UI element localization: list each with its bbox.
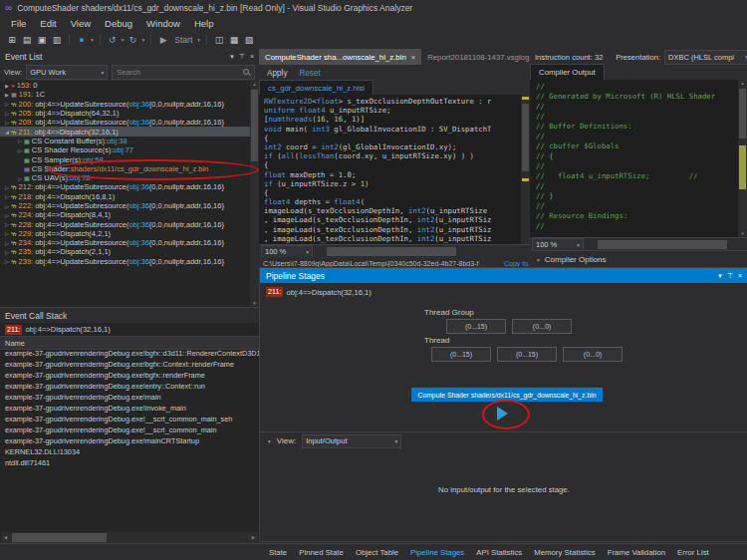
status-tab-object-table[interactable]: Object Table [350,544,404,560]
expander-icon[interactable]: ▷ [3,184,11,190]
status-tab-frame-validation[interactable]: Frame Validation [602,544,671,560]
frame-list-icon[interactable]: ▤ [21,35,33,45]
event-row[interactable]: ▷ϟϟ209:obj:4=>UpdateSubresource(obj:36{0… [0,118,250,127]
event-row[interactable]: ◢ϟϟ211:obj:4=>Dispatch(32,16,1) [0,127,250,136]
object-link[interactable]: obj:36 [128,118,148,127]
event-row[interactable]: ▷ϟϟ234:obj:4=>UpdateSubresource(obj:36{0… [0,238,250,247]
event-row[interactable]: ▷ϟϟ239:obj:4=>UpdateSubresource(obj:36{0… [0,257,250,266]
chevron-down-icon[interactable]: ▾ [91,37,94,43]
compiler-options-section[interactable]: ▾ Compiler Options [530,250,747,268]
undo-icon[interactable]: ↺ [107,35,119,45]
expander-icon[interactable]: ▷ [3,249,11,255]
scrollbar-thumb[interactable] [598,240,727,249]
compute-shader-stage-bar[interactable]: Compute Shader shaders/dx11/cs_gdr_downs… [411,388,603,402]
document-tab[interactable]: Report20181108-1437.vsglog [421,49,535,65]
reset-button[interactable]: Reset [299,69,320,78]
thread-group-range-box[interactable]: (0...0) [512,319,572,334]
object-link[interactable]: obj:78 [70,173,90,182]
event-row[interactable]: ▷▦CS UAV(s): obj:78 [0,173,250,182]
expander-icon[interactable]: ▷ [3,240,11,246]
menu-item-file[interactable]: File [4,18,33,29]
event-row[interactable]: ▦CS Sampler(s): obj:58 [0,154,250,163]
expander-icon[interactable]: ▷ [16,175,24,181]
play-button[interactable] [497,407,508,420]
scroll-down-icon[interactable]: ▼ [250,301,259,306]
status-tab-pipeline-stages[interactable]: Pipeline Stages [404,544,470,560]
stack-frame[interactable]: KERNEL32.DLL!13034 [0,446,259,457]
start-button-label[interactable]: Start [174,35,192,45]
pin-icon[interactable]: ⊤ [239,53,245,61]
event-row[interactable]: ▷ϟϟ224:obj:4=>Dispatch(8,4,1) [0,210,250,219]
event-row[interactable]: ▷ϟϟ205:obj:4=>Dispatch(64,32,1) [0,109,250,118]
toggle-event-list-icon[interactable]: ⊞ [6,35,18,45]
expander-icon[interactable]: ▶ [3,83,11,89]
stack-frame[interactable]: example-37-gpudrivenrenderingDebug.exe!b… [0,359,259,370]
stack-frame[interactable]: example-37-gpudrivenrenderingDebug.exe!b… [0,348,259,359]
stack-frame[interactable]: ntdll.dll!71461 [0,457,259,468]
object-link[interactable]: obj:77 [114,145,133,154]
tab-compiler-output[interactable]: Compiler Output [530,64,605,80]
expander-icon[interactable]: ▷ [3,230,11,236]
scrollbar-thumb[interactable] [522,104,529,171]
redo-icon[interactable]: ↻ [127,35,139,45]
thread-range-box[interactable]: (0...0) [563,347,622,362]
status-tab-error-list[interactable]: Error List [671,544,715,560]
object-link[interactable]: obj:36 [128,238,148,247]
close-icon[interactable]: × [411,53,415,62]
expander-icon[interactable]: ▷ [3,221,11,227]
document-tab[interactable]: ComputeShader sha...ownscale_hi_z.bin× [259,49,421,65]
expander-icon[interactable]: ▶ [3,92,11,98]
export-frame-icon[interactable]: ▥ [51,35,63,45]
editor-vscrollbar[interactable] [521,95,530,244]
scrollbar-thumb[interactable] [739,89,746,139]
scroll-left-icon[interactable]: ◀ [1,532,10,543]
event-row[interactable]: ▶●153:0 [0,81,250,90]
thread-range-box[interactable]: (0...15) [431,347,491,362]
editor-hscrollbar[interactable] [315,246,528,257]
event-row[interactable]: ▶▦191:1C [0,90,250,99]
event-row[interactable]: ▷ϟϟ228:obj:4=>UpdateSubresource(obj:36{0… [0,219,250,228]
expander-icon[interactable]: ▷ [3,258,11,264]
close-icon[interactable]: × [250,53,254,61]
event-row[interactable]: ▷ϟϟ235:obj:4=>Dispatch(2,1,1) [0,247,250,256]
status-tab-api-statistics[interactable]: API Statistics [470,544,528,560]
expander-icon[interactable]: ▷ [16,138,24,143]
compiler-output-view[interactable]: //// Generated by Microsoft (R) HLSL Sha… [530,80,744,239]
expander-icon[interactable]: ▷ [3,203,11,209]
expander-icon[interactable]: ▷ [3,101,11,107]
chevron-down-icon[interactable]: ▾ [197,37,200,43]
menu-item-window[interactable]: Window [139,18,187,29]
stack-frame[interactable]: example-37-gpudrivenrenderingDebug.exe!_… [0,424,259,435]
scrollbar-thumb[interactable] [327,247,456,256]
scroll-down-icon[interactable]: ▼ [738,231,747,236]
object-table-icon[interactable]: ▧ [243,35,255,45]
stack-frame[interactable]: example-37-gpudrivenrenderingDebug.exe!i… [0,403,259,414]
event-row[interactable]: ▷▦CS Shader Resource(s): obj:77 [0,145,250,154]
object-link[interactable]: obj:36 [128,182,148,191]
object-link[interactable]: obj:36 [128,201,148,210]
panel-menu-icon[interactable]: ▾ [718,272,722,280]
status-tab-memory-statistics[interactable]: Memory Statistics [528,544,602,560]
status-tab-state[interactable]: State [263,544,293,560]
stack-frame[interactable]: example-37-gpudrivenrenderingDebug.exe!e… [0,381,259,392]
capture-frames-icon[interactable]: ◫ [213,35,225,45]
event-row[interactable]: ▷ϟϟ222:obj:4=>UpdateSubresource(obj:36{0… [0,201,250,210]
stack-frame[interactable]: example-37-gpudrivenrenderingDebug.exe!_… [0,414,259,424]
expander-icon[interactable]: ▷ [3,193,11,199]
expander-icon[interactable]: ▷ [3,212,11,218]
capture-frame-icon[interactable]: ▣ [36,35,48,45]
expander-icon[interactable]: ▷ [16,147,24,153]
expander-icon[interactable]: ▷ [3,111,11,117]
object-link[interactable]: obj:38 [107,137,126,145]
disasm-vscrollbar[interactable]: ▲ ▼ [738,80,747,237]
scroll-up-icon[interactable]: ▲ [250,82,259,87]
thread-group-range-box[interactable]: (0...15) [446,319,506,334]
disasm-hscrollbar[interactable] [586,239,745,250]
scroll-up-icon[interactable]: ▲ [738,81,747,86]
event-list-scrollbar[interactable]: ▲ ▼ [250,81,259,307]
presentation-dropdown[interactable]: DXBC (HLSL compi ▾ [664,50,747,65]
pin-icon[interactable]: ⊤ [727,272,733,280]
scrollbar-thumb[interactable] [12,533,107,542]
stack-frame[interactable]: example-37-gpudrivenrenderingDebug.exe!m… [0,392,259,403]
menu-item-edit[interactable]: Edit [33,18,63,29]
